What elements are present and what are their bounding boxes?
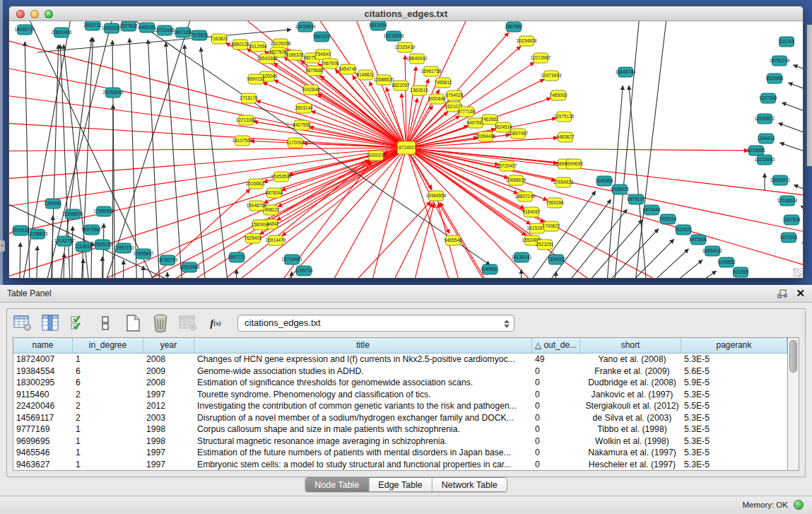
- graph-node-label: 17016504: [777, 198, 798, 203]
- table-cell: Hescheler et al. (1997): [580, 459, 681, 471]
- table-row[interactable]: 1456911722003Disruption of a novel membe…: [13, 412, 787, 424]
- table-toolbar: f(x) citations_edges.txt: [7, 309, 805, 337]
- graph-node-label: 16033809: [295, 24, 316, 29]
- panel-collapse-handle[interactable]: »: [0, 240, 5, 252]
- column-header-pagerank[interactable]: pagerank: [681, 338, 787, 353]
- graph-node-label: 20364486: [476, 134, 496, 139]
- column-header-out_de[interactable]: △ out_de...: [532, 338, 580, 353]
- table-settings-icon[interactable]: [13, 313, 33, 333]
- table-row[interactable]: 969969511998Structural magnetic resonanc…: [13, 436, 787, 448]
- graph-node-label: 16154808: [517, 38, 537, 43]
- table-select-combobox[interactable]: citations_edges.txt: [237, 315, 514, 332]
- table-cell: Tibbo et al. (1998): [580, 424, 681, 436]
- table-row[interactable]: 911546021997Tourette syndrome. Phenomeno…: [13, 389, 787, 401]
- table-panel-titlebar: Table Panel ✕: [0, 285, 812, 303]
- close-panel-icon[interactable]: ✕: [796, 288, 805, 299]
- table-row[interactable]: 977716911998Corpus callosum shape and si…: [13, 424, 787, 436]
- table-rows: 1872400712008Changes of HCN gene express…: [13, 354, 787, 470]
- graph-node-label: 6794028: [445, 93, 464, 98]
- float-panel-icon[interactable]: [777, 289, 787, 298]
- graph-node-label: 20053346: [103, 90, 124, 95]
- graph-node-label: 7955812: [434, 80, 452, 85]
- graph-node-label: 7857223: [312, 34, 331, 39]
- column-header-year[interactable]: year: [143, 338, 194, 353]
- memory-status-indicator[interactable]: [794, 500, 804, 510]
- graph-node-label: 1640954: [595, 178, 613, 183]
- table-cell: 5.5E-5: [681, 400, 787, 412]
- table-cell: 6: [73, 366, 143, 378]
- table-cell: 1998: [143, 424, 194, 436]
- table-cell: 18300295: [13, 377, 73, 389]
- delete-rows-icon[interactable]: [151, 313, 170, 333]
- column-checklist-icon[interactable]: [68, 313, 88, 333]
- graph-node-label: 8912954: [249, 44, 267, 49]
- table-row[interactable]: 946554611997Estimation of the future num…: [13, 447, 787, 459]
- graph-node-label: 8471626: [689, 237, 707, 242]
- table-cell: 1: [73, 424, 143, 436]
- graph-node-label: 12156823: [28, 231, 48, 236]
- table-row[interactable]: 1830029562008Estimation of significance …: [13, 377, 787, 389]
- table-cell: Changes of HCN gene expression and I(f) …: [194, 354, 532, 366]
- table-cell: 9699695: [13, 436, 73, 448]
- scrollbar-thumb[interactable]: [789, 340, 797, 373]
- table-cell: Yano et al. (2008): [580, 354, 681, 366]
- row-selector-icon[interactable]: [95, 313, 115, 333]
- graph-node-label: 10973493: [541, 73, 562, 78]
- table-cell: 2012: [143, 400, 194, 412]
- graph-node-label: 9146821: [356, 72, 375, 77]
- tab-edge-table[interactable]: Edge Table: [369, 478, 432, 491]
- graph-node-label: 9245651: [481, 267, 499, 271]
- graph-node-label: 2967608: [321, 61, 339, 66]
- network-svg: 1405572420691406266371210653287152760264…: [9, 21, 803, 278]
- table-cell: 5.3E-5: [681, 447, 787, 459]
- table-cell: 9777169: [13, 424, 73, 436]
- graph-node-label: 12923468: [180, 264, 200, 269]
- window-titlebar[interactable]: citations_edges.txt: [9, 6, 803, 21]
- table-cell: Corpus callosum shape and size in male p…: [194, 424, 532, 436]
- graph-node-label: 7485063: [549, 93, 567, 98]
- tab-network-table[interactable]: Network Table: [433, 478, 507, 491]
- graph-node-label: 1560994: [251, 222, 269, 227]
- table-cell: 1998: [143, 436, 194, 448]
- table-tabs: Node TableEdge TableNetwork Table: [305, 477, 507, 492]
- graph-node-label: 2663712: [83, 23, 102, 28]
- table-row[interactable]: 946362711997Embryonic stem cells: a mode…: [13, 459, 787, 471]
- graph-node-label: 18300295: [366, 153, 387, 158]
- graph-node-label: 15692971: [770, 177, 791, 182]
- function-builder-icon[interactable]: f(x): [206, 313, 225, 333]
- graph-node-label: 12093872: [755, 116, 775, 121]
- graph-node-label: 6879197: [627, 197, 645, 201]
- table-cell: 1997: [143, 447, 194, 459]
- tab-node-table[interactable]: Node Table: [305, 478, 369, 491]
- graph-node-label: 1170064: [287, 140, 305, 145]
- graph-node-label: 10654112: [702, 248, 723, 253]
- table-container: f(x) citations_edges.txt namein_degreeye…: [6, 308, 806, 477]
- graph-node-label: 1498222: [261, 207, 280, 212]
- table-vertical-scrollbar[interactable]: [788, 337, 799, 471]
- network-canvas[interactable]: 1405572420691406266371210653287152760264…: [9, 21, 803, 278]
- table-row[interactable]: 1872400712008Changes of HCN gene express…: [13, 354, 787, 366]
- window-resize-grip[interactable]: [793, 268, 802, 277]
- new-table-icon[interactable]: [123, 313, 143, 333]
- graph-node-label: 1362615: [410, 88, 428, 93]
- column-header-in_degree[interactable]: in_degree: [73, 338, 143, 353]
- column-header-name[interactable]: name: [13, 338, 73, 353]
- graph-node-label: 9227349: [759, 95, 777, 100]
- table-cell: 2008: [143, 354, 194, 366]
- table-row[interactable]: 2242004622012Investigating the contribut…: [13, 400, 787, 412]
- table-cell: 9115460: [13, 389, 73, 401]
- table-cell: Nakamura et al. (1997): [580, 447, 681, 459]
- table-cell: 0: [532, 459, 580, 471]
- table-row[interactable]: 1938455462009Genome-wide association stu…: [13, 366, 787, 378]
- table-panel-title: Table Panel: [7, 288, 52, 298]
- show-columns-icon[interactable]: [40, 313, 60, 333]
- graph-node-label: 10688639: [506, 177, 526, 182]
- graph-node-label: 10719185: [155, 28, 175, 33]
- delete-table-icon-disabled: [178, 313, 198, 333]
- graph-node-label: 18640910: [407, 56, 428, 61]
- column-header-short[interactable]: short: [580, 338, 681, 353]
- column-header-title[interactable]: title: [194, 338, 532, 353]
- node-table[interactable]: namein_degreeyeartitle△ out_de...shortpa…: [13, 337, 788, 471]
- graph-node-label: 16782759: [158, 257, 178, 262]
- graph-node-label: 12213987: [531, 55, 551, 60]
